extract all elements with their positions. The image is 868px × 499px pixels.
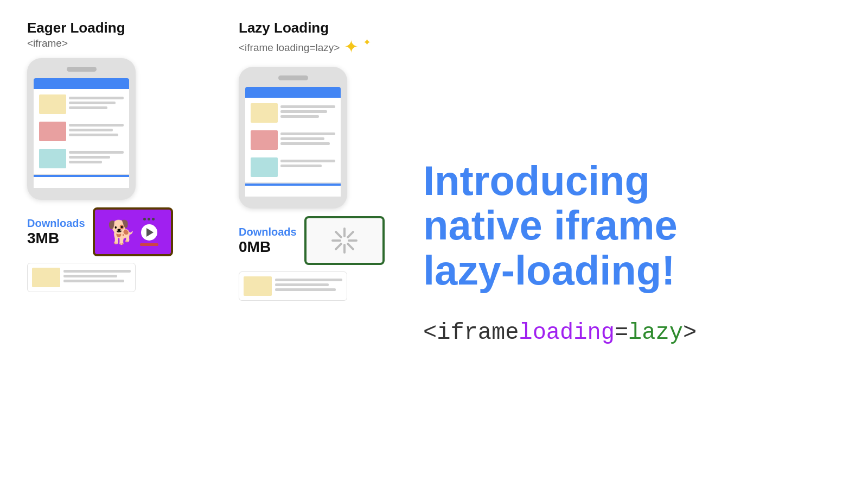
code-attr: loading xyxy=(519,320,614,346)
code-value: lazy xyxy=(628,320,683,346)
dog-icon: 🐕 xyxy=(107,219,136,245)
lazy-phone xyxy=(239,67,347,209)
lazy-title: Lazy Loading xyxy=(239,20,371,36)
lazy-phone-notch xyxy=(278,75,308,80)
video-controls xyxy=(140,218,158,246)
code-open-bracket: <iframe xyxy=(423,320,519,346)
lazy-phone-card-2 xyxy=(248,128,337,152)
intro-line1: Introducing xyxy=(423,159,841,203)
code-close-bracket: > xyxy=(683,320,697,346)
svg-line-7 xyxy=(336,244,341,249)
phone-card-3 xyxy=(37,147,126,170)
lazy-phone-card-3 xyxy=(248,155,337,179)
svg-line-6 xyxy=(348,232,353,237)
lazy-downloads-text: Downloads 0MB xyxy=(239,226,297,256)
eager-bottom-card xyxy=(27,263,136,292)
phone-card-1 xyxy=(37,92,126,116)
lazy-phone-card-1 xyxy=(248,101,337,125)
lazy-downloads-label: Downloads xyxy=(239,226,297,238)
lazy-subtitle-text: <iframe loading=lazy> xyxy=(239,42,340,54)
sparkle-small-icon: ✦ xyxy=(363,36,371,48)
loading-spinner-icon xyxy=(328,224,361,257)
eager-downloads-row: Downloads 3MB 🐕 xyxy=(27,207,212,256)
lazy-downloads-size: 0MB xyxy=(239,238,297,256)
lazy-loading-column: Lazy Loading <iframe loading=lazy> ✦ ✦ xyxy=(239,20,380,479)
lazy-subtitle: <iframe loading=lazy> ✦ ✦ xyxy=(239,37,371,58)
lazy-iframe-placeholder xyxy=(304,216,385,265)
phone-card-2 xyxy=(37,119,126,143)
eager-downloads-label: Downloads xyxy=(27,217,85,230)
lazy-bottom-card xyxy=(239,271,347,301)
eager-iframe-thumbnail: 🐕 xyxy=(93,207,173,256)
code-equals: = xyxy=(615,320,628,346)
phone-notch xyxy=(67,67,97,72)
phone-content-area xyxy=(34,89,129,174)
svg-line-4 xyxy=(336,232,341,237)
intro-heading: Introducing native iframe lazy-loading! xyxy=(423,159,841,292)
eager-loading-column: Eager Loading <iframe> xyxy=(27,20,168,479)
svg-line-5 xyxy=(348,244,353,249)
code-snippet: <iframe loading = lazy > xyxy=(423,320,841,346)
eager-subtitle: <iframe> xyxy=(27,37,125,49)
intro-line3: lazy-loading! xyxy=(423,248,841,293)
intro-line2: native iframe xyxy=(423,203,841,248)
eager-downloads-text: Downloads 3MB xyxy=(27,217,85,247)
sparkle-icon: ✦ xyxy=(344,36,359,57)
lazy-downloads-row: Downloads 0MB xyxy=(239,216,385,265)
eager-downloads-size: 3MB xyxy=(27,230,85,247)
eager-phone xyxy=(27,58,136,200)
eager-title: Eager Loading xyxy=(27,20,125,36)
right-section: Introducing native iframe lazy-loading! … xyxy=(380,20,841,479)
phone-screen-top xyxy=(34,78,129,89)
